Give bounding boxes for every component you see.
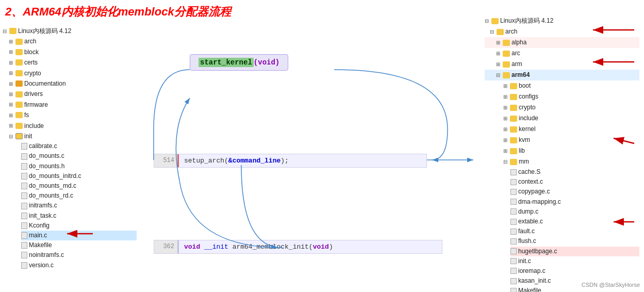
file-icon bbox=[21, 262, 27, 269]
right-file-flush[interactable]: flush.c bbox=[510, 236, 639, 246]
code-content-setup-arch: setup_arch(&command_line); bbox=[179, 154, 294, 167]
right-file-init[interactable]: init.c bbox=[510, 256, 639, 266]
code-block-start-kernel[interactable]: start_kernel(void) bbox=[190, 54, 288, 71]
left-item-firmware[interactable]: ⊞ firmware bbox=[3, 100, 137, 110]
left-item-fs[interactable]: ⊞ fs bbox=[3, 110, 137, 120]
left-label-drivers: drivers bbox=[24, 89, 43, 99]
code-block-memblock-init[interactable]: 362 void __init arm64_memblock_init(void… bbox=[154, 240, 442, 254]
right-item-arm[interactable]: ⊞ arm bbox=[485, 59, 639, 70]
file-icon bbox=[21, 153, 27, 160]
file-icon bbox=[510, 278, 517, 284]
left-item-include[interactable]: ⊞ include bbox=[3, 121, 137, 131]
file-version[interactable]: version.c bbox=[21, 261, 137, 270]
left-item-block[interactable]: ⊞ block bbox=[3, 47, 137, 57]
file-icon bbox=[510, 268, 517, 274]
folder-icon-crypto bbox=[15, 70, 23, 76]
file-icon bbox=[510, 219, 517, 225]
file-icon bbox=[21, 192, 27, 199]
right-folder-icon-arm64 bbox=[503, 72, 510, 78]
folder-icon-arch bbox=[15, 39, 23, 45]
file-do-mounts-rd[interactable]: do_mounts_rd.c bbox=[21, 191, 137, 201]
right-file-dump[interactable]: dump.c bbox=[510, 207, 639, 217]
right-file-hugetlbpage[interactable]: hugetlbpage.c bbox=[510, 247, 639, 256]
file-label: kasan_init.c bbox=[518, 276, 551, 286]
right-label-include: include bbox=[519, 113, 538, 124]
file-main[interactable]: main.c bbox=[21, 231, 137, 240]
file-label: do_mounts_initrd.c bbox=[29, 171, 81, 181]
file-calibrate[interactable]: calibrate.c bbox=[21, 141, 137, 151]
left-item-arch[interactable]: ⊞ arch bbox=[3, 36, 137, 46]
file-label: do_mounts_rd.c bbox=[29, 191, 73, 201]
root-folder-icon bbox=[9, 28, 16, 34]
file-icon bbox=[21, 222, 27, 229]
right-item-arm64[interactable]: ⊟ arm64 bbox=[485, 70, 639, 80]
right-file-context[interactable]: context.c bbox=[510, 177, 639, 187]
right-label-arm: arm bbox=[511, 59, 522, 70]
file-do-mounts-md[interactable]: do_mounts_md.c bbox=[21, 181, 137, 191]
code-block-setup-arch[interactable]: 514 setup_arch(&command_line); bbox=[154, 154, 427, 168]
left-label-certs: certs bbox=[24, 57, 38, 68]
file-label: init.c bbox=[518, 256, 531, 266]
file-icon bbox=[510, 238, 517, 245]
file-init-task[interactable]: init_task.c bbox=[21, 211, 137, 221]
file-icon bbox=[510, 179, 517, 185]
left-tree-root[interactable]: ⊟ Linux内核源码 4.12 bbox=[3, 26, 137, 36]
left-item-drivers[interactable]: ⊞ drivers bbox=[3, 89, 137, 99]
file-do-mounts-initrd[interactable]: do_mounts_initrd.c bbox=[21, 171, 137, 181]
folder-icon-init bbox=[15, 133, 23, 139]
right-item-mm[interactable]: ⊟ mm bbox=[485, 156, 639, 167]
right-file-dma-mapping[interactable]: dma-mapping.c bbox=[510, 197, 639, 207]
left-label-arch: arch bbox=[24, 36, 36, 46]
watermark: CSDN @StarSkyHorse bbox=[582, 282, 640, 288]
right-item-arc[interactable]: ⊞ arc bbox=[485, 48, 639, 59]
right-item-lib[interactable]: ⊞ lib bbox=[485, 145, 639, 156]
file-label: extable.c bbox=[518, 217, 543, 226]
right-file-fault[interactable]: fault.c bbox=[510, 226, 639, 236]
right-item-include[interactable]: ⊞ include bbox=[485, 113, 639, 124]
file-makefile[interactable]: Makefile bbox=[21, 240, 137, 250]
file-label: dump.c bbox=[518, 207, 538, 217]
left-label-fs: fs bbox=[24, 110, 29, 120]
file-label: do_mounts.h bbox=[29, 161, 64, 171]
right-item-kvm[interactable]: ⊞ kvm bbox=[485, 135, 639, 145]
file-icon bbox=[510, 199, 517, 205]
right-folder-icon-crypto bbox=[510, 105, 517, 111]
file-label: calibrate.c bbox=[29, 141, 57, 151]
right-item-alpha[interactable]: ⊞ alpha bbox=[485, 37, 639, 48]
right-label-lib: lib bbox=[519, 145, 525, 156]
right-file-extable[interactable]: extable.c bbox=[510, 217, 639, 226]
expand-icon: ⊟ bbox=[3, 27, 8, 36]
left-label-include: include bbox=[24, 121, 44, 131]
file-icon bbox=[510, 258, 517, 264]
right-item-crypto[interactable]: ⊞ crypto bbox=[485, 102, 639, 113]
right-item-boot[interactable]: ⊞ boot bbox=[485, 80, 639, 91]
right-item-configs[interactable]: ⊞ configs bbox=[485, 91, 639, 102]
file-label: version.c bbox=[29, 261, 54, 270]
function-name-start-kernel: start_kernel bbox=[199, 58, 254, 67]
left-item-crypto[interactable]: ⊞ crypto bbox=[3, 68, 137, 78]
file-label: hugetlbpage.c bbox=[518, 247, 557, 256]
folder-icon-documentation bbox=[15, 80, 23, 87]
right-folder-icon-lib bbox=[510, 148, 517, 154]
file-icon bbox=[21, 213, 27, 219]
right-tree-root[interactable]: ⊟ Linux内核源码 4.12 bbox=[485, 15, 639, 26]
left-item-documentation[interactable]: ⊞ Documentation bbox=[3, 78, 137, 89]
file-initramfs[interactable]: initramfs.c bbox=[21, 201, 137, 210]
left-item-init[interactable]: ⊟ init bbox=[3, 131, 137, 141]
file-label: copypage.c bbox=[518, 187, 550, 197]
right-file-ioremap[interactable]: ioremap.c bbox=[510, 266, 639, 276]
folder-icon-include bbox=[15, 123, 23, 129]
file-kconfig[interactable]: Kconfig bbox=[21, 221, 137, 231]
file-label: cache.S bbox=[518, 167, 540, 177]
right-file-cache[interactable]: cache.S bbox=[510, 167, 639, 177]
right-item-kernel[interactable]: ⊞ kernel bbox=[485, 124, 639, 135]
left-item-certs[interactable]: ⊞ certs bbox=[3, 57, 137, 68]
file-do-mounts[interactable]: do_mounts.c bbox=[21, 151, 137, 161]
right-item-arch[interactable]: ⊟ arch bbox=[485, 26, 639, 37]
file-do-mounts-h[interactable]: do_mounts.h bbox=[21, 161, 137, 171]
right-file-copypage[interactable]: copypage.c bbox=[510, 187, 639, 197]
file-noinitramfs[interactable]: noinitramfs.c bbox=[21, 250, 137, 260]
file-label: init_task.c bbox=[29, 211, 56, 221]
file-label: do_mounts.c bbox=[29, 151, 64, 161]
right-label-configs: configs bbox=[519, 91, 538, 102]
